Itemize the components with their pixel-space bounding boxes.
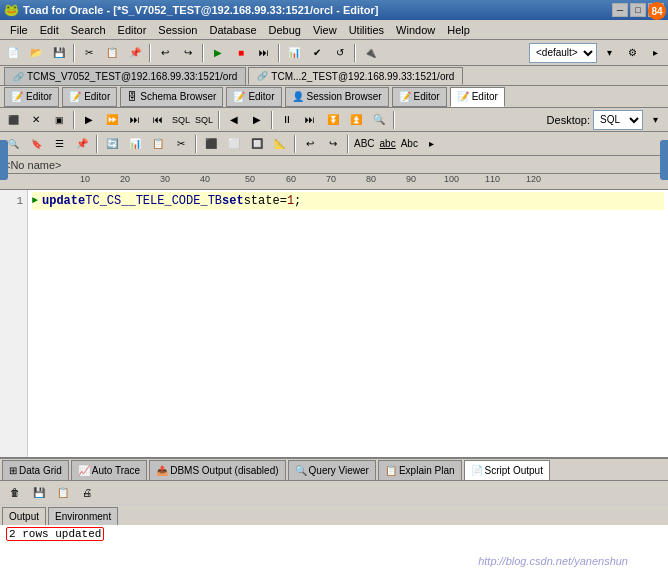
tb2-btn4[interactable]: ▶: [78, 109, 100, 131]
tb3-btn9[interactable]: ⬛: [200, 133, 222, 155]
schema-selector[interactable]: <default>: [529, 43, 597, 63]
main-container: 🐸 Toad for Oracle - [*S_V7052_TEST@192.1…: [0, 0, 668, 577]
tb2-btn7[interactable]: ⏮: [147, 109, 169, 131]
editor-tab-session[interactable]: 👤 Session Browser: [285, 87, 389, 107]
output-clear-button[interactable]: 🗑: [4, 482, 26, 504]
environment-subtab-label: Environment: [55, 511, 111, 522]
menu-search[interactable]: Search: [65, 22, 112, 38]
tb3-last[interactable]: ▸: [421, 133, 443, 155]
conn-tab-1[interactable]: 🔗 TCMS_V7052_TEST@192.168.99.33:1521/ord: [4, 67, 246, 85]
step-button[interactable]: ⏭: [253, 42, 275, 64]
editor-tab-2[interactable]: 📝 Editor: [62, 87, 117, 107]
tb2-btn14[interactable]: ⏬: [322, 109, 344, 131]
tb3-btn3[interactable]: ☰: [48, 133, 70, 155]
editor-tab-5[interactable]: 📝 Editor: [450, 87, 505, 107]
bottom-tab-explain-plan[interactable]: 📋 Explain Plan: [378, 460, 462, 480]
menu-view[interactable]: View: [307, 22, 343, 38]
tb2-btn11[interactable]: ▶: [246, 109, 268, 131]
menu-edit[interactable]: Edit: [34, 22, 65, 38]
menu-utilities[interactable]: Utilities: [343, 22, 390, 38]
tb2-last[interactable]: ▾: [644, 109, 666, 131]
tb2-btn13[interactable]: ⏭: [299, 109, 321, 131]
paste-button[interactable]: 📌: [124, 42, 146, 64]
run-button[interactable]: ▶: [207, 42, 229, 64]
bottom-tab-dbms-output[interactable]: 📤 DBMS Output (disabled): [149, 460, 285, 480]
tb3-btn4[interactable]: 📌: [71, 133, 93, 155]
tb3-btn12[interactable]: 📐: [269, 133, 291, 155]
semicolon: ;: [294, 192, 301, 210]
left-resize-handle[interactable]: [0, 140, 8, 180]
bottom-tab-query-viewer[interactable]: 🔍 Query Viewer: [288, 460, 376, 480]
schema-btn[interactable]: ▾: [598, 42, 620, 64]
tb3-btn7[interactable]: 📋: [147, 133, 169, 155]
editor-area[interactable]: 1 ► update TC_CS__TELE_CODE_TB set state…: [0, 190, 668, 457]
menu-window[interactable]: Window: [390, 22, 441, 38]
menu-editor[interactable]: Editor: [112, 22, 153, 38]
maximize-button[interactable]: □: [630, 3, 646, 17]
commit-button[interactable]: ✔: [306, 42, 328, 64]
tb3-btn14[interactable]: ↪: [322, 133, 344, 155]
open-button[interactable]: 📂: [25, 42, 47, 64]
tb3-btn2[interactable]: 🔖: [25, 133, 47, 155]
tb2-btn6[interactable]: ⏭: [124, 109, 146, 131]
stop-button[interactable]: ■: [230, 42, 252, 64]
auto-trace-icon: 📈: [78, 465, 90, 476]
output-print-button[interactable]: 🖨: [76, 482, 98, 504]
editor-tab-4[interactable]: 📝 Editor: [392, 87, 447, 107]
tb3-btn11[interactable]: 🔲: [246, 133, 268, 155]
editor-tab-3[interactable]: 📝 Editor: [226, 87, 281, 107]
sep1: [73, 44, 75, 62]
explain-button[interactable]: 📊: [283, 42, 305, 64]
minimize-button[interactable]: ─: [612, 3, 628, 17]
new-file-button[interactable]: 📄: [2, 42, 24, 64]
bottom-tab-data-grid[interactable]: ⊞ Data Grid: [2, 460, 69, 480]
editor-tab-1[interactable]: 📝 Editor: [4, 87, 59, 107]
more-button[interactable]: ▸: [644, 42, 666, 64]
right-resize-handle[interactable]: [660, 140, 668, 180]
save-button[interactable]: 💾: [48, 42, 70, 64]
code-area[interactable]: ► update TC_CS__TELE_CODE_TB set state= …: [28, 190, 668, 457]
rollback-button[interactable]: ↺: [329, 42, 351, 64]
tb3-btn13[interactable]: ↩: [299, 133, 321, 155]
connect-button[interactable]: 🔌: [359, 42, 381, 64]
tb2-btn2[interactable]: ✕: [25, 109, 47, 131]
conn-tab-2[interactable]: 🔗 TCM...2_TEST@192.168.99.33:1521/ord: [248, 67, 463, 85]
tb2-btn9[interactable]: SQL: [193, 109, 215, 131]
tb2-btn1[interactable]: ⬛: [2, 109, 24, 131]
bottom-tab-script-output[interactable]: 📄 Script Output: [464, 460, 550, 480]
menu-file[interactable]: File: [4, 22, 34, 38]
redo-button[interactable]: ↪: [177, 42, 199, 64]
menu-help[interactable]: Help: [441, 22, 476, 38]
tb2-btn10[interactable]: ◀: [223, 109, 245, 131]
keyword-update: update: [42, 192, 85, 210]
menu-session[interactable]: Session: [152, 22, 203, 38]
menu-database[interactable]: Database: [203, 22, 262, 38]
bottom-tab-auto-trace[interactable]: 📈 Auto Trace: [71, 460, 147, 480]
tb3-btn8[interactable]: ✂: [170, 133, 192, 155]
output-subtab-environment[interactable]: Environment: [48, 507, 118, 525]
tb3-btn6[interactable]: 📊: [124, 133, 146, 155]
copy-button[interactable]: 📋: [101, 42, 123, 64]
desktop-selector[interactable]: SQL: [593, 110, 643, 130]
sep7: [218, 111, 220, 129]
tb2-btn8[interactable]: SQL: [170, 109, 192, 131]
tb2-btn3[interactable]: ▣: [48, 109, 70, 131]
abc-underline-label: abc: [378, 138, 398, 149]
config-button[interactable]: ⚙: [621, 42, 643, 64]
tb2-btn5[interactable]: ⏩: [101, 109, 123, 131]
tb3-btn5[interactable]: 🔄: [101, 133, 123, 155]
tb2-btn15[interactable]: ⏫: [345, 109, 367, 131]
tb2-btn16[interactable]: 🔍: [368, 109, 390, 131]
title-bar: 🐸 Toad for Oracle - [*S_V7052_TEST@192.1…: [0, 0, 668, 20]
tb2-btn12[interactable]: ⏸: [276, 109, 298, 131]
menu-debug[interactable]: Debug: [263, 22, 307, 38]
tb3-btn10[interactable]: ⬜: [223, 133, 245, 155]
cut-button[interactable]: ✂: [78, 42, 100, 64]
undo-button[interactable]: ↩: [154, 42, 176, 64]
output-copy-button[interactable]: 📋: [52, 482, 74, 504]
editor-tab-icon-1: 📝: [11, 91, 23, 102]
output-save-button[interactable]: 💾: [28, 482, 50, 504]
output-subtab-bar: Output Environment: [0, 505, 668, 525]
editor-tab-schema[interactable]: 🗄 Schema Browser: [120, 87, 223, 107]
output-subtab-output[interactable]: Output: [2, 507, 46, 525]
